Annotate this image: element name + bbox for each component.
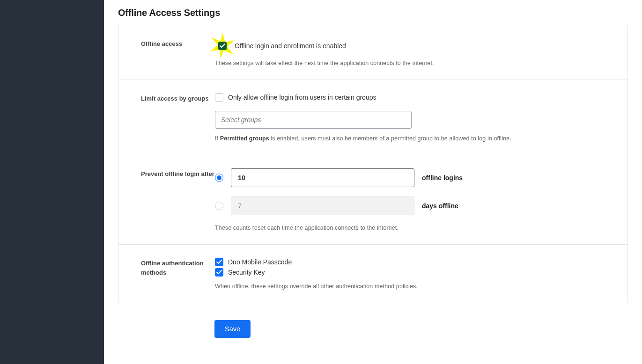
section-label-limit-groups: Limit access by groups: [141, 93, 215, 142]
limit-groups-helper: If Permitted groups is enabled, users mu…: [215, 135, 614, 142]
duo-mobile-passcode-checkbox[interactable]: [215, 258, 223, 266]
offline-access-checkbox-label: Offline login and enrollment is enabled: [235, 42, 346, 50]
security-key-checkbox[interactable]: [215, 268, 223, 277]
auth-methods-helper: When offline, these settings override al…: [215, 283, 614, 290]
section-limit-groups: Limit access by groups Only allow offlin…: [118, 80, 627, 155]
section-label-offline-access: Offline access: [141, 38, 215, 66]
section-offline-access: Offline access Offline login and enrol: [118, 25, 627, 80]
offline-access-checkbox[interactable]: [218, 42, 227, 50]
save-button[interactable]: Save: [214, 320, 251, 338]
prevent-after-logins-radio[interactable]: [215, 174, 223, 182]
days-offline-input[interactable]: [231, 197, 414, 215]
prevent-after-days-radio[interactable]: [215, 202, 223, 210]
section-label-auth-methods: Offline authentication methods: [141, 258, 215, 290]
prevent-after-helper: These counts reset each time the applica…: [215, 225, 614, 231]
offline-logins-suffix: offline logins: [422, 174, 463, 182]
check-icon: [220, 44, 225, 48]
helper-prefix: If: [215, 135, 220, 142]
select-groups-input[interactable]: [215, 111, 412, 129]
offline-logins-input[interactable]: [231, 168, 414, 187]
settings-panel: Offline access Offline login and enrol: [118, 25, 628, 303]
duo-mobile-passcode-label: Duo Mobile Passcode: [228, 258, 292, 266]
sidebar: [0, 0, 104, 364]
offline-access-helper: These settings will take effect the next…: [215, 60, 614, 66]
section-label-prevent-after: Prevent offline login after: [141, 168, 215, 231]
check-icon: [216, 270, 222, 275]
section-prevent-after: Prevent offline login after offline logi…: [118, 155, 627, 245]
helper-suffix: is enabled, users must also be members o…: [269, 135, 511, 142]
limit-groups-checkbox[interactable]: [215, 93, 223, 102]
main-content: Offline Access Settings Offline access: [104, 0, 642, 364]
helper-bold: Permitted groups: [220, 135, 269, 142]
check-icon: [216, 260, 222, 264]
days-offline-suffix: days offline: [422, 202, 458, 210]
page-title: Offline Access Settings: [118, 7, 628, 18]
security-key-label: Security Key: [228, 269, 265, 276]
section-auth-methods: Offline authentication methods Duo Mobil…: [118, 245, 627, 303]
limit-groups-checkbox-label: Only allow offline login from users in c…: [228, 94, 376, 101]
